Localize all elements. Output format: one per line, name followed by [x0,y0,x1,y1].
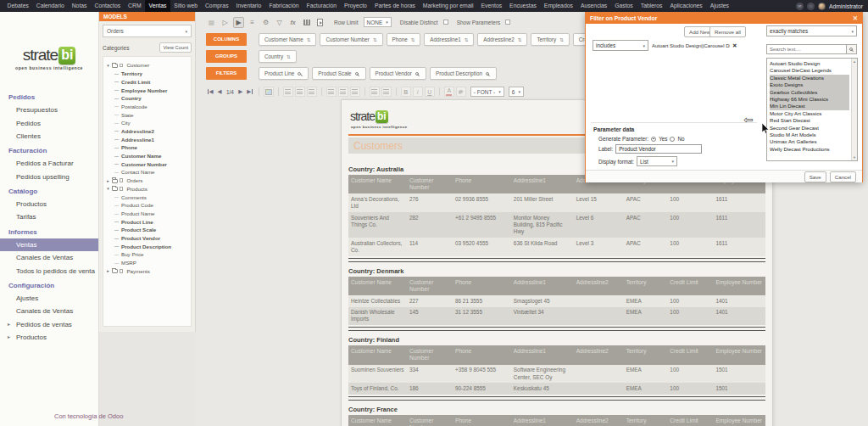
sidebar-item[interactable]: Pedidos a Facturar [0,157,98,170]
vendor-option[interactable]: Autoart Studio Design [770,60,849,67]
sidebar-item[interactable]: Todos lo pedidos de venta [0,264,98,277]
filter-chip[interactable]: Product Description [430,67,497,80]
tree-field[interactable]: —Product Description [106,242,189,250]
vendor-option[interactable]: Studio M Art Models [770,132,849,138]
sidebar-item[interactable]: Ventas [0,238,98,251]
model-select[interactable]: Orders ▾ [103,25,192,37]
user-menu[interactable]: Administrator [829,3,863,9]
sidebar-item[interactable]: Clientes [0,130,98,143]
match-mode-select[interactable]: exactly matches ▾ [766,25,857,36]
tree-folder[interactable]: ▾Products [106,185,189,193]
topbar-item[interactable]: Facturación [303,0,341,12]
sidebar-item[interactable]: ▸Pedidos de ventas [0,318,98,331]
topbar-item[interactable]: Calendario [32,0,68,12]
tree-field[interactable]: —Employee Number [106,86,189,94]
topbar-item[interactable]: Notas [68,0,91,12]
tree-checkbox[interactable] [120,269,123,272]
topbar-item[interactable]: Fabricación [265,0,303,12]
tree-field[interactable]: —Contact Name [106,168,189,177]
bold-icon[interactable] [401,87,411,97]
topbar-item[interactable]: Tableros [637,0,666,12]
tree-folder[interactable]: ▾Customer [106,61,189,70]
tree-field[interactable]: —State [106,110,189,119]
tree-field[interactable]: —Postalcode [106,103,189,111]
tree-field[interactable]: —Territory [106,70,189,78]
vendor-option[interactable]: Motor City Art Classics [770,110,849,117]
vendor-option[interactable]: Red Start Diecast [770,117,849,124]
topbar-item[interactable]: Eventos [477,0,506,12]
font-color-icon[interactable] [444,87,454,97]
sidebar-item[interactable]: Tarifas [0,210,98,223]
show-parameters-checkbox[interactable] [505,20,510,25]
user-avatar[interactable] [818,3,826,10]
topbar-item[interactable]: Gastos [611,0,637,12]
run-report-icon[interactable]: ▶ [233,17,244,28]
disable-distinct-checkbox[interactable] [443,20,448,25]
search-input[interactable] [766,44,846,54]
tree-field[interactable]: —Comments [106,193,189,201]
sidebar-item[interactable]: Presupuestos [0,104,98,116]
last-page-icon[interactable]: ▶ [246,88,254,95]
topbar-item[interactable]: CRM [125,0,145,12]
topbar-item[interactable]: Sitio web [170,0,202,12]
sidebar-item[interactable]: Pedidos [0,116,98,129]
generate-yes-radio[interactable] [651,137,656,142]
topbar-item[interactable]: Proyecto [341,0,371,12]
tree-field[interactable]: —Product Line [106,217,189,226]
vendor-option[interactable]: Exoto Designs [770,81,849,88]
font-size-select[interactable]: 6 ▾ [509,87,524,97]
tree-folder[interactable]: ▸Orders [106,177,189,185]
position-center-icon[interactable] [338,87,348,97]
messages-icon[interactable]: ✉ [796,3,804,10]
listbox-scrollbar[interactable]: ▲▼ [851,59,857,160]
topbar-item[interactable]: Ajustes [706,0,732,12]
sidebar-item[interactable]: Ajustes [0,292,98,305]
vendor-option[interactable]: Welly Diecast Productions [770,146,849,153]
align-center-icon[interactable] [295,87,305,97]
sidebar-item[interactable]: Productos [0,198,98,210]
gear-icon[interactable]: ⚙ [260,17,271,28]
group-chip[interactable]: Country [259,50,297,63]
sidebar-item[interactable]: Canales de Ventas [0,251,98,264]
sidebar-item[interactable]: Pedidos upselling [0,171,98,183]
tree-checkbox[interactable] [120,64,123,67]
topbar-item[interactable]: Ausencias [576,0,610,12]
next-page-icon[interactable]: ▶ [237,88,244,95]
valign-bottom-icon[interactable] [381,87,392,97]
list-icon[interactable]: ≡ [247,17,258,28]
run-outline-icon[interactable]: ▷ [220,17,231,28]
generate-no-radio[interactable] [670,137,675,142]
remove-all-button[interactable]: Remove all [709,26,746,37]
topbar-item[interactable]: Ventas [145,0,170,12]
image-icon[interactable] [264,87,274,97]
vendor-listbox[interactable]: ▲▼ Autoart Studio DesignCarousel DieCast… [766,58,858,161]
filter-chip[interactable]: Product Scale [312,67,365,80]
filter-chip[interactable]: Product Line [259,67,309,80]
column-chip[interactable]: Territory [531,33,569,46]
tree-caret-icon[interactable]: ▸ [106,178,110,183]
first-page-icon[interactable]: ◀ [206,88,214,95]
align-right-icon[interactable] [307,87,317,97]
parameter-label-input[interactable] [615,144,702,154]
tree-caret-icon[interactable]: ▸ [106,268,110,273]
remove-chip-icon[interactable]: ✕ [732,42,737,49]
formula-icon[interactable]: fx [287,17,298,28]
italic-icon[interactable] [413,87,423,97]
tree-field[interactable]: —Customer Number [106,160,189,168]
move-left-arrow-icon[interactable]: ⇦ [743,113,754,126]
tree-field[interactable]: —Addressline2 [106,127,189,136]
position-right-icon[interactable] [350,87,360,97]
vendor-option[interactable]: Second Gear Diecast [770,125,849,132]
tree-checkbox[interactable] [120,178,123,182]
sidebar-item[interactable]: ▸Productos [0,331,98,344]
tree-field[interactable]: —Buy Price [106,250,189,259]
selected-vendors-chip[interactable]: Autoart Studio Design||Carousel DieCa ✕ [652,42,737,49]
tree-field[interactable]: —Product Vendor [106,234,189,243]
vendor-option[interactable]: Unimax Art Galleries [770,138,849,145]
tree-field[interactable]: —Credit Limit [106,77,189,86]
column-chip[interactable]: Addressline2 [477,33,527,46]
topbar-item[interactable]: Aplicaciones [666,0,706,12]
vendor-option[interactable]: Classic Metal Creations [770,75,849,81]
cancel-button[interactable]: Cancel [830,171,856,182]
tree-field[interactable]: —City [106,119,189,127]
